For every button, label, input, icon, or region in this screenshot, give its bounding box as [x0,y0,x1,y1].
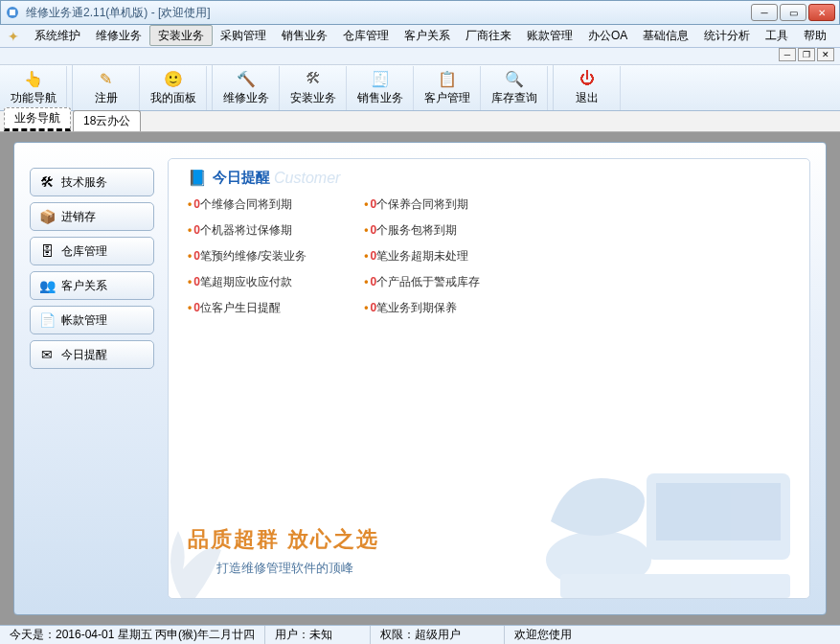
status-perm-label: 权限： [380,627,415,643]
tool-退出[interactable]: ⏻退出 [554,66,621,110]
reminder-item[interactable]: •0个产品低于警戒库存 [364,274,480,290]
menu-item-0[interactable]: 系统维护 [27,26,88,45]
nav-label: 今日提醒 [61,347,107,363]
tool-label: 我的面板 [150,90,196,106]
status-date: 今天是： 2016-04-01 星期五 丙申(猴)年二月廿四 [0,626,265,644]
menu-item-9[interactable]: 办公OA [580,26,635,45]
reminder-item[interactable]: •0笔业务到期保养 [364,300,480,316]
bullet-icon: • [364,197,368,211]
帐款管理-icon: 📄 [38,311,56,329]
reminder-count: 0 [193,249,200,263]
功能导航-icon: 👆 [24,69,43,88]
menu-item-12[interactable]: 工具 [758,26,796,45]
客户管理-icon: 📋 [438,69,457,88]
reminder-item[interactable]: •0位客户生日提醒 [188,300,306,316]
reminder-item[interactable]: •0笔业务超期未处理 [364,248,480,264]
reminder-item[interactable]: •0个维修合同将到期 [188,196,306,213]
tool-label: 销售业务 [357,90,403,106]
tool-label: 退出 [576,90,599,106]
仓库管理-icon: 🗄 [38,242,56,260]
tool-我的面板[interactable]: 🙂我的面板 [140,66,207,110]
tool-安装业务[interactable]: 🛠安装业务 [280,66,347,110]
今日提醒-icon: ✉ [38,346,56,363]
phone-illustration [541,416,809,599]
bullet-icon: • [364,301,368,314]
nav-label: 帐款管理 [61,312,107,329]
status-perm: 权限： 超级用户 [371,626,505,644]
menu-item-7[interactable]: 厂商往来 [458,26,519,45]
menu-item-1[interactable]: 维修业务 [88,26,149,45]
tool-功能导航[interactable]: 👆功能导航 [0,66,67,110]
tool-注册[interactable]: ✎注册 [73,66,140,110]
reminder-text: 笔业务超期未处理 [376,249,468,263]
nav-label: 客户关系 [61,278,107,294]
tool-label: 注册 [95,90,118,106]
reminder-item[interactable]: •0个保养合同将到期 [364,196,480,213]
tool-label: 维修业务 [223,90,269,106]
nav-进销存[interactable]: 📦进销存 [30,202,154,231]
reminder-text: 笔超期应收应付款 [200,275,292,288]
reminder-item[interactable]: •0个服务包将到期 [364,222,480,239]
nav-客户关系[interactable]: 👥客户关系 [30,271,154,300]
tab-1[interactable]: 18云办公 [73,110,141,131]
menu-item-8[interactable]: 账款管理 [519,26,580,45]
nav-今日提醒[interactable]: ✉今日提醒 [30,340,154,369]
tab-0[interactable]: 业务导航 [4,107,71,131]
reminder-text: 个产品低于警戒库存 [376,275,480,288]
reminder-item[interactable]: •0笔预约维修/安装业务 [188,248,306,264]
reminder-text: 笔业务到期保养 [376,301,457,314]
nav-label: 仓库管理 [61,243,107,260]
bullet-icon: • [188,249,192,263]
bullet-icon: • [188,275,192,288]
销售业务-icon: 🧾 [371,69,390,88]
menu-item-10[interactable]: 基础信息 [635,26,696,45]
reminder-text: 位客户生日提醒 [200,301,281,314]
mdi-restore-button[interactable]: ❐ [798,48,815,61]
maximize-button[interactable]: ▭ [780,4,806,21]
nav-仓库管理[interactable]: 🗄仓库管理 [30,237,154,265]
book-icon: 📘 [188,169,207,187]
reminder-text: 笔预约维修/安装业务 [200,249,306,263]
nav-技术服务[interactable]: 🛠技术服务 [30,168,154,196]
mdi-controls: ─ ❐ ✕ [0,48,840,65]
status-date-label: 今天是： [10,627,56,643]
tool-销售业务[interactable]: 🧾销售业务 [347,66,414,110]
menu-item-2[interactable]: 安装业务 [149,25,213,46]
reminder-item[interactable]: •0笔超期应收应付款 [188,274,306,290]
menu-item-5[interactable]: 仓库管理 [335,26,397,45]
bullet-icon: • [188,197,192,211]
mdi-minimize-button[interactable]: ─ [779,48,796,61]
gear-icon: ✦ [6,29,21,44]
reminder-text: 个维修合同将到期 [200,197,292,211]
menu-item-3[interactable]: 采购管理 [213,26,274,45]
tool-维修业务[interactable]: 🔨维修业务 [213,66,280,110]
menu-item-13[interactable]: 帮助 [796,26,834,45]
status-user-value: 未知 [309,627,332,643]
toolbar: 👆功能导航✎注册🙂我的面板🔨维修业务🛠安装业务🧾销售业务📋客户管理🔍库存查询⏻退… [0,65,840,111]
tool-label: 客户管理 [424,90,470,106]
menu-item-11[interactable]: 统计分析 [696,26,758,45]
nav-label: 技术服务 [61,174,107,191]
menubar: ✦ 系统维护维修业务安装业务采购管理销售业务仓库管理客户关系厂商往来账款管理办公… [0,25,840,48]
window-controls: ─ ▭ ✕ [751,4,835,21]
tool-label: 功能导航 [11,90,57,106]
tool-客户管理[interactable]: 📋客户管理 [414,66,481,110]
reminder-item[interactable]: •0个机器将过保修期 [188,222,306,239]
titlebar: 维修业务通2.11(单机版) - [欢迎使用] ─ ▭ ✕ [0,0,840,25]
客户关系-icon: 👥 [38,277,56,294]
menu-item-6[interactable]: 客户关系 [397,26,458,45]
status-user: 用户： 未知 [265,626,371,644]
注册-icon: ✎ [97,69,116,88]
reminder-text: 个机器将过保修期 [200,223,292,237]
nav-帐款管理[interactable]: 📄帐款管理 [30,306,154,334]
mdi-close-button[interactable]: ✕ [817,48,834,61]
menu-item-4[interactable]: 销售业务 [274,26,335,45]
status-user-label: 用户： [275,627,309,643]
statusbar: 今天是： 2016-04-01 星期五 丙申(猴)年二月廿四 用户： 未知 权限… [0,625,840,644]
reminder-panel: 📘 今日提醒 Customer •0个维修合同将到期•0个机器将过保修期•0笔预… [168,158,810,599]
minimize-button[interactable]: ─ [751,4,778,21]
close-button[interactable]: ✕ [808,4,835,21]
tab-strip: 业务导航18云办公 [0,111,840,132]
tool-库存查询[interactable]: 🔍库存查询 [481,66,548,110]
status-perm-value: 超级用户 [415,627,461,643]
